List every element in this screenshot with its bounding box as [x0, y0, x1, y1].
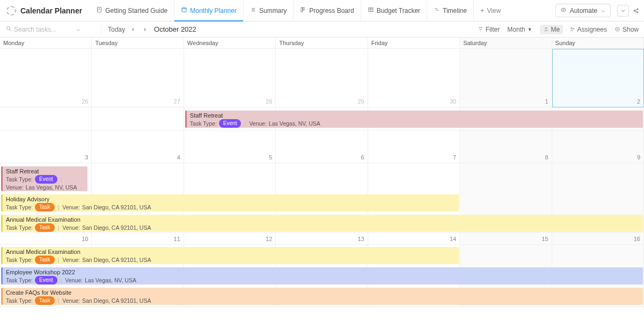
event-pill: Event — [35, 276, 57, 285]
task-type-label: Task Type: — [190, 120, 217, 127]
app-title: Calendar Planner — [20, 6, 82, 15]
tab-label: Getting Started Guide — [105, 7, 167, 14]
calendar-row: Annual Medical Examination Task Type: Ta… — [0, 245, 644, 307]
day-cell[interactable]: 27 — [92, 49, 184, 107]
calendar-row: 10 11 12 13 14 15 16 — [0, 233, 644, 245]
venue-label: Venue: — [62, 297, 80, 304]
automate-label: Automate — [570, 7, 597, 14]
svg-point-27 — [570, 27, 572, 29]
task-type-label: Task Type: — [6, 297, 33, 304]
task-type-label: Task Type: — [6, 176, 33, 183]
task-pill: Task — [35, 203, 55, 212]
day-number: 30 — [450, 98, 456, 105]
svg-line-22 — [635, 9, 637, 10]
day-cell-today[interactable]: 2 — [552, 49, 644, 107]
day-cell[interactable]: 14 — [368, 233, 460, 245]
dayname-sun: Sunday — [552, 38, 644, 48]
day-number: 13 — [357, 236, 364, 242]
day-cell[interactable]: 30 — [368, 49, 460, 107]
tab-label: Summary — [259, 7, 287, 14]
tab-monthly-planner[interactable]: Monthly Planner — [174, 0, 244, 21]
chevron-button[interactable] — [617, 5, 629, 17]
month-label: October 2022 — [154, 25, 196, 33]
day-cell[interactable]: 7 — [368, 131, 460, 163]
tab-timeline[interactable]: Timeline — [427, 0, 474, 21]
me-filter[interactable]: Me — [540, 25, 564, 34]
day-cell[interactable]: 5 — [184, 131, 276, 163]
event-staff-retreat[interactable]: Staff Retreat Task Type: Event | Venue: … — [185, 111, 643, 128]
event-employee-workshop[interactable]: Employee Workshop 2022 Task Type: Event … — [1, 267, 643, 285]
day-cell[interactable] — [92, 107, 184, 131]
calendar-row: Staff Retreat Task Type: Event | Venue: … — [0, 163, 644, 233]
search-wrap — [5, 25, 97, 33]
dayname-thu: Thursday — [276, 38, 368, 48]
calendar-row: 26 27 28 29 30 1 2 — [0, 49, 644, 107]
day-cell[interactable]: 6 — [276, 131, 368, 163]
event-title: Create FAQs for Website — [6, 289, 641, 296]
chevron-down-icon — [601, 8, 606, 13]
day-cell[interactable]: 10 — [0, 233, 92, 245]
prev-month-button[interactable] — [127, 27, 139, 32]
event-venue: Las Vegas, NV, USA — [85, 276, 136, 284]
day-cell[interactable]: 1 — [460, 49, 552, 107]
day-cell[interactable]: 8 — [460, 131, 552, 163]
month-view-dropdown[interactable]: Month ▼ — [507, 26, 532, 33]
svg-point-21 — [637, 12, 638, 13]
task-type-label: Task Type: — [6, 203, 33, 211]
day-cell[interactable]: 3 — [0, 131, 92, 163]
event-holiday-advisory[interactable]: Holiday Advisory Task Type: Task | Venue… — [1, 194, 459, 212]
svg-rect-9 — [303, 8, 305, 10]
task-pill: Task — [35, 256, 55, 264]
tab-label: Budget Tracker — [377, 7, 420, 14]
tab-label: Timeline — [443, 7, 467, 14]
day-cell[interactable]: 16 — [552, 233, 644, 245]
day-cell[interactable]: 9 — [552, 131, 644, 163]
event-title: Annual Medical Examination — [6, 248, 457, 256]
svg-point-17 — [564, 10, 564, 10]
day-cell[interactable]: 15 — [460, 233, 552, 245]
event-annual-medical[interactable]: Annual Medical Examination Task Type: Ta… — [1, 247, 459, 264]
day-number: 15 — [541, 236, 548, 242]
event-create-faqs[interactable]: Create FAQs for Website Task Type: Task … — [1, 288, 643, 305]
today-button[interactable]: Today — [106, 26, 127, 33]
automate-button[interactable]: Automate — [555, 4, 611, 17]
board-icon — [300, 6, 306, 14]
task-pill: Task — [35, 223, 55, 232]
day-cell[interactable]: 29 — [276, 49, 368, 107]
event-annual-medical[interactable]: Annual Medical Examination Task Type: Ta… — [1, 215, 643, 232]
day-cell[interactable] — [0, 107, 92, 131]
tab-getting-started[interactable]: Getting Started Guide — [90, 0, 174, 21]
doc-icon — [96, 6, 103, 14]
venue-label: Venue: — [62, 256, 80, 264]
event-title: Employee Workshop 2022 — [6, 268, 641, 276]
filter-button[interactable]: Filter — [478, 26, 500, 33]
event-title: Staff Retreat — [190, 112, 641, 119]
day-number: 8 — [545, 154, 548, 161]
share-icon[interactable] — [632, 5, 640, 17]
assignees-button[interactable]: Assignees — [569, 26, 607, 33]
day-number: 29 — [357, 98, 364, 105]
venue-label: Venue: — [249, 120, 267, 127]
day-cell[interactable]: 28 — [184, 49, 276, 107]
tab-budget-tracker[interactable]: Budget Tracker — [361, 0, 427, 21]
table-icon — [368, 6, 374, 14]
chevron-down-icon[interactable] — [75, 27, 80, 32]
show-button[interactable]: Show — [614, 26, 639, 33]
search-input[interactable] — [14, 26, 73, 33]
day-cell[interactable]: 13 — [276, 233, 368, 245]
day-cell[interactable]: 26 — [0, 49, 92, 107]
app-icon — [6, 6, 16, 16]
event-pill: Event — [35, 175, 57, 184]
svg-line-23 — [635, 11, 637, 12]
day-cell[interactable]: 11 — [92, 233, 184, 245]
svg-point-19 — [634, 10, 635, 11]
event-staff-retreat[interactable]: Staff Retreat Task Type: Event | Venue: … — [1, 166, 87, 191]
tab-summary[interactable]: Summary — [244, 0, 294, 21]
tab-add-view[interactable]: + View — [474, 0, 507, 21]
next-month-button[interactable] — [139, 27, 151, 32]
toolbar: Today October 2022 Filter Month ▼ Me · A… — [0, 21, 644, 38]
tab-progress-board[interactable]: Progress Board — [294, 0, 361, 21]
svg-point-24 — [7, 27, 10, 30]
day-cell[interactable]: 12 — [184, 233, 276, 245]
day-cell[interactable]: 4 — [92, 131, 184, 163]
